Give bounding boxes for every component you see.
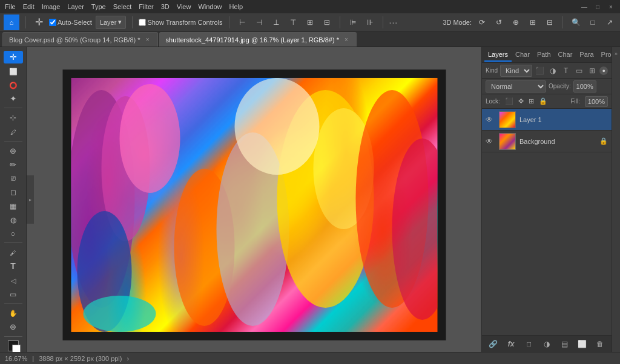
layer-list: 👁 Layer 1 👁 Background 🔒 [482, 109, 612, 335]
menu-layer[interactable]: Layer [67, 3, 84, 10]
menu-select[interactable]: Select [113, 3, 132, 10]
dodge-tool[interactable] [4, 227, 23, 239]
menu-filter[interactable]: Filter [139, 3, 153, 10]
new-layer-button[interactable]: ⬜ [575, 337, 590, 351]
tab-close-1[interactable]: × [144, 36, 151, 44]
tab-char-2[interactable]: Char [555, 48, 576, 62]
eraser-tool[interactable] [4, 186, 23, 198]
layer-item-1[interactable]: 👁 Layer 1 [482, 109, 612, 131]
smart-filter-icon[interactable]: ⊞ [587, 65, 597, 76]
move-tool-options[interactable]: ✛ [32, 16, 45, 29]
add-mask-button[interactable]: □ [522, 337, 536, 351]
magic-wand-tool[interactable] [4, 93, 23, 105]
stamp-tool[interactable] [4, 172, 23, 184]
hand-tool[interactable] [4, 307, 23, 319]
layer-visibility-bg[interactable]: 👁 [486, 137, 495, 146]
align-bottom-icon[interactable]: ⊟ [320, 16, 334, 29]
adjustment-filter-icon[interactable]: ◑ [548, 65, 558, 76]
canvas-area[interactable]: ▸ [27, 47, 481, 352]
canvas-image[interactable] [71, 78, 437, 332]
3d-mode-icon4[interactable]: ⊞ [526, 16, 539, 29]
tab-close-2[interactable]: × [343, 36, 350, 44]
layer-dropdown[interactable]: Layer ▾ [96, 16, 127, 29]
menu-type[interactable]: Type [91, 3, 106, 10]
layer-visibility-1[interactable]: 👁 [486, 115, 495, 124]
left-panel-indicator[interactable]: ▸ [27, 175, 34, 224]
3d-mode-icon5[interactable]: ⊟ [543, 16, 556, 29]
menu-edit[interactable]: Edit [23, 3, 35, 10]
panel-collapse-strip[interactable]: » [612, 47, 620, 352]
crop-tool[interactable] [4, 111, 23, 124]
layer-name-bg: Background [519, 138, 596, 145]
3d-mode-icon2[interactable]: ↺ [492, 16, 506, 29]
close-button[interactable]: × [607, 2, 615, 11]
align-center-v-icon[interactable]: ⊞ [303, 16, 317, 29]
filter-toggle[interactable]: ● [599, 67, 608, 75]
shape-filter-icon[interactable]: ▭ [573, 65, 584, 76]
menu-3d[interactable]: 3D [161, 3, 170, 10]
minimize-button[interactable]: — [580, 2, 589, 11]
tab-path[interactable]: Path [533, 48, 555, 62]
show-transform-checkbox[interactable] [139, 19, 146, 26]
menu-view[interactable]: View [177, 3, 191, 10]
lock-pixels-icon[interactable]: ⬛ [505, 97, 513, 105]
distribute2-icon[interactable]: ⊪ [363, 16, 377, 29]
align-left-icon[interactable]: ⊢ [236, 16, 249, 29]
share-icon[interactable]: ↗ [603, 16, 616, 29]
tab-layers[interactable]: Layers [484, 48, 512, 62]
gradient-tool[interactable] [4, 200, 23, 212]
3d-mode-icon1[interactable]: ⟳ [475, 16, 489, 29]
blur-tool[interactable] [4, 213, 23, 226]
tool-separator-4 [4, 303, 22, 304]
menu-image[interactable]: Image [42, 3, 61, 10]
auto-select-group: Auto-Select [49, 19, 92, 26]
pixel-filter-icon[interactable]: ⬛ [535, 65, 545, 76]
blend-mode-select[interactable]: Normal [486, 80, 546, 93]
fx-button[interactable]: fx [504, 337, 518, 351]
tab-char-1[interactable]: Char [512, 48, 533, 62]
marquee-tool[interactable] [4, 65, 23, 77]
menu-file[interactable]: File [5, 3, 16, 10]
delete-layer-button[interactable]: 🗑 [593, 337, 607, 351]
menu-help[interactable]: Help [229, 3, 243, 10]
fill-input[interactable] [585, 96, 608, 107]
more-options-button[interactable]: ··· [389, 18, 398, 27]
tab-blog-cover[interactable]: Blog Cover.psd @ 50% (Group 14, RGB/8) *… [2, 32, 158, 47]
path-select-tool[interactable] [4, 274, 23, 287]
zoom-tool[interactable] [4, 320, 23, 333]
3d-mode-icon3[interactable]: ⊕ [509, 16, 523, 29]
opacity-input[interactable] [573, 80, 596, 93]
type-tool[interactable] [4, 260, 23, 273]
align-right-icon[interactable]: ⊥ [269, 16, 283, 29]
heal-tool[interactable] [4, 144, 23, 157]
shape-tool[interactable] [4, 287, 23, 300]
search-icon[interactable]: 🔍 [569, 16, 582, 29]
lock-all-icon[interactable]: 🔒 [539, 97, 547, 105]
align-center-h-icon[interactable]: ⊣ [252, 16, 266, 29]
tab-para[interactable]: Para [576, 48, 597, 62]
tab-shutterstock[interactable]: shutterstock_447917914.jpg @ 16.7% (Laye… [159, 32, 357, 47]
distribute-icon[interactable]: ⊫ [346, 16, 360, 29]
align-top-icon[interactable]: ⊤ [286, 16, 300, 29]
new-adjustment-button[interactable]: ◑ [539, 337, 554, 351]
lock-artboard-icon[interactable]: ⊞ [529, 97, 534, 105]
status-arrow-icon[interactable]: › [127, 355, 129, 362]
pen-tool[interactable] [4, 246, 23, 259]
kind-select[interactable]: Kind [500, 65, 532, 77]
link-layers-button[interactable]: 🔗 [486, 337, 501, 351]
home-button[interactable]: ⌂ [4, 15, 19, 30]
new-group-button[interactable]: ▤ [557, 337, 572, 351]
layer-item-background[interactable]: 👁 Background 🔒 [482, 131, 612, 152]
type-filter-icon[interactable]: T [561, 65, 571, 76]
lasso-tool[interactable] [4, 79, 23, 91]
brush-tool[interactable] [4, 158, 23, 171]
workspace-icon[interactable]: □ [586, 16, 599, 29]
foreground-color[interactable] [4, 339, 23, 352]
auto-select-checkbox[interactable] [49, 19, 56, 26]
maximize-button[interactable]: □ [593, 2, 602, 11]
layers-filter-bar: Kind Kind ⬛ ◑ T ▭ ⊞ ● [482, 63, 612, 79]
lock-position-icon[interactable]: ✥ [518, 97, 524, 105]
menu-window[interactable]: Window [198, 3, 222, 10]
eyedropper-tool[interactable] [4, 125, 23, 138]
move-tool[interactable] [4, 51, 23, 63]
